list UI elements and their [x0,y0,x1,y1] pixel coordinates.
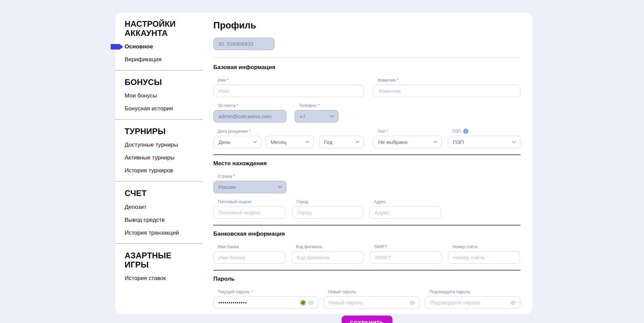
city-input[interactable] [292,206,363,219]
address-label: Адрес [374,199,441,204]
sidebar-item-label: Доступные турниры [125,142,178,148]
first-name-input[interactable] [213,85,364,97]
sidebar-item-transaction-history[interactable]: История транзакций [125,230,202,236]
country-value: Россия [218,184,236,190]
sidebar-group-title-gambling: АЗАРТНЫЕ ИГРЫ [125,251,196,269]
gender-label: Пол * [378,129,442,134]
field-confirm-password: Подтвердите пароль [425,289,520,309]
field-zip: Почтовый индекс [213,199,285,219]
current-password-label: Текущий пароль * [218,289,318,294]
phone-code-value: +7 [300,113,306,120]
sidebar-item-verification[interactable]: Верификация [125,56,202,63]
field-current-password: Текущий пароль * [213,289,318,309]
save-button[interactable]: СОХРАНИТЬ [342,316,392,323]
birth-year-select[interactable]: Год [319,136,364,148]
pzp-label: ПЗП i [452,129,520,134]
account-settings-card: НАСТРОЙКИ АККАУНТА Основное Верификация … [115,13,533,314]
sidebar-item-bonus-history[interactable]: Бонусная история [125,105,202,112]
sidebar-item-label: Вывод средств [125,217,165,223]
field-email: Эл.почта * [213,103,286,123]
sidebar-divider [115,70,202,70]
password-heading: Пароль [213,276,520,282]
eye-icon[interactable] [308,300,314,305]
first-name-label: Имя * [218,78,364,83]
account-number-label: Номер счёта [452,244,520,249]
field-first-name: Имя * [213,78,364,97]
field-bank-name: Имя Банка [213,244,285,264]
pzp-select[interactable]: ПЗП [448,136,520,148]
chevron-down-icon [356,139,359,143]
sidebar-item-label: Мои бонусы [125,92,157,99]
sidebar-item-label: История турниров [125,167,173,174]
sidebar-group-title-account: СЧЕТ [125,189,196,198]
sidebar-item-my-bonuses[interactable]: Мои бонусы [125,92,202,99]
zip-input[interactable] [213,206,285,219]
pzp-label-text: ПЗП [452,129,461,134]
sidebar-item-label: Активные турниры [125,154,174,161]
phone-code-select[interactable]: +7 [295,110,339,123]
birth-year-value: Год [324,139,332,145]
sidebar-item-available-tournaments[interactable]: Доступные турниры [125,142,202,148]
field-birth-date: Дата рождения * День Месяц Год [213,129,364,148]
sidebar-group-title-bonuses: БОНУСЫ [125,78,196,87]
new-password-input[interactable] [323,296,420,309]
birth-day-value: День [218,139,231,145]
swift-input[interactable] [370,251,442,264]
country-label: Страна * [218,174,286,179]
sidebar-item-label: Бонусная история [125,105,173,112]
sidebar-item-label: Верификация [125,56,162,63]
chevron-down-icon [305,139,309,143]
section-divider [213,270,520,271]
sidebar-divider [115,243,202,244]
field-address: Адрес [369,199,441,219]
confirm-password-input[interactable] [425,296,520,309]
section-divider [213,154,520,155]
chevron-down-icon [253,139,257,143]
account-number-input[interactable] [448,251,520,264]
sidebar-divider [115,181,202,181]
gender-value: Не выбрано [378,139,408,145]
profile-content: Профиль ID: 526906933 Базовая информация… [213,13,520,314]
check-circle-icon [300,300,306,305]
birth-month-select[interactable]: Месяц [265,136,314,148]
phone-label: Телефон * [299,103,339,108]
gender-select[interactable]: Не выбрано [373,136,442,148]
field-last-name: Фамилия * [373,78,520,97]
country-select[interactable]: Россия [213,181,286,193]
branch-code-input[interactable] [292,251,364,264]
location-heading: Место нахождения [213,160,520,167]
bank-info-heading: Банковская информация [213,231,520,237]
field-new-password: Новый пароль [323,289,420,309]
active-item-arrow-icon [111,44,123,50]
sidebar-item-withdrawal[interactable]: Вывод средств [125,217,202,223]
bank-name-label: Имя Банка [218,244,285,249]
section-divider [213,57,520,58]
bank-name-input[interactable] [213,251,285,264]
email-label: Эл.почта * [218,103,286,108]
sidebar-item-label: История транзакций [125,230,179,236]
address-input[interactable] [369,206,441,219]
email-input [213,110,286,123]
sidebar-item-label: Основное [125,43,153,50]
last-name-label: Фамилия * [378,78,520,83]
field-swift: SWIFT [370,244,442,264]
sidebar-item-main[interactable]: Основное [125,43,202,50]
birth-date-label: Дата рождения * [218,129,364,134]
info-icon[interactable]: i [463,129,468,134]
eye-icon[interactable] [409,300,415,305]
sidebar-item-deposit[interactable]: Депозит [125,204,202,211]
sidebar-item-bet-history[interactable]: История ставок [125,275,202,282]
field-account-number: Номер счёта [448,244,520,264]
new-password-label: Новый пароль [328,289,420,294]
chevron-down-icon [330,113,334,117]
eye-icon[interactable] [510,300,516,305]
sidebar-item-label: История ставок [125,275,166,281]
zip-label: Почтовый индекс [218,199,285,204]
swift-label: SWIFT [374,244,442,249]
sidebar-item-active-tournaments[interactable]: Активные турниры [125,154,202,161]
birth-day-select[interactable]: День [213,136,261,148]
field-branch-code: Код филиала [292,244,364,264]
last-name-input[interactable] [373,85,520,97]
sidebar-item-label: Депозит [125,204,147,210]
sidebar-item-tournament-history[interactable]: История турниров [125,167,202,174]
